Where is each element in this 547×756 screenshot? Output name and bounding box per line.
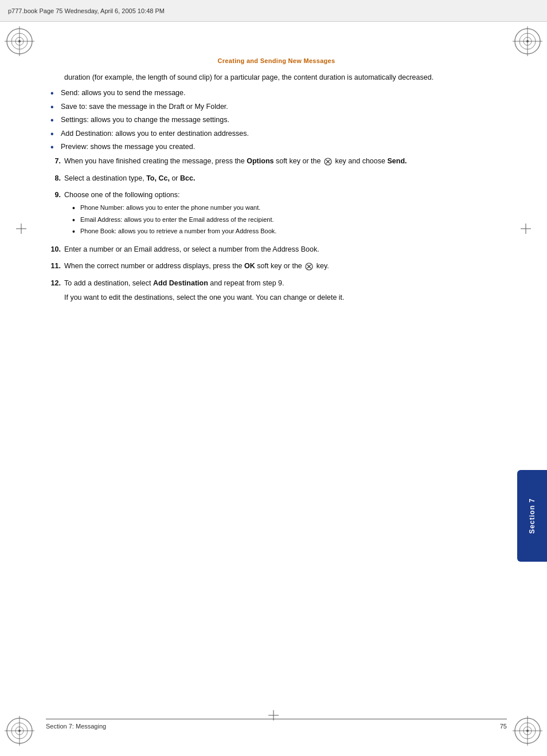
options-bold: Options (247, 157, 274, 165)
step-content-12: To add a destination, select Add Destina… (64, 278, 507, 304)
step-12-extra: If you want to edit the destinations, se… (64, 292, 345, 303)
to-cc-bold: To, Cc, (146, 174, 170, 182)
step-number-11: 11. (46, 261, 64, 272)
sub-list-item: Email Address: allows you to enter the E… (70, 215, 507, 225)
crosshair-left (16, 224, 26, 234)
step-number-8: 8. (46, 173, 64, 184)
reg-mark-top-right (513, 26, 542, 56)
intro-paragraph: duration (for example, the length of sou… (64, 72, 507, 83)
step-number-10: 10. (46, 244, 64, 255)
reg-mark-bottom-left (5, 716, 34, 746)
step-content-7: When you have finished creating the mess… (64, 156, 507, 167)
main-content: Creating and Sending New Messages durati… (46, 57, 507, 309)
step-content-10: Enter a number or an Email address, or s… (64, 244, 507, 255)
header-text: p777.book Page 75 Wednesday, April 6, 20… (8, 7, 165, 14)
footer-page-number: 75 (500, 723, 507, 730)
step-number-7: 7. (46, 156, 64, 167)
crosshair-right (521, 224, 531, 234)
list-item: Add Destination: allows you to enter des… (46, 128, 507, 139)
list-item: Save to: save the message in the Draft o… (46, 101, 507, 112)
sub-list-item: Phone Book: allows you to retrieve a num… (70, 226, 507, 236)
footer-section: Section 7: Messaging (46, 723, 106, 730)
step-9: 9. Choose one of the following options: … (46, 190, 507, 238)
page: p777.book Page 75 Wednesday, April 6, 20… (0, 0, 547, 756)
list-item: Preview: shows the message you created. (46, 142, 507, 152)
step-9-sub-list: Phone Number: allows you to enter the ph… (70, 203, 507, 236)
add-destination-bold: Add Destination (153, 279, 208, 287)
menu-key-icon-2 (305, 263, 313, 271)
send-bold: Send. (387, 157, 407, 165)
step-12: 12. To add a destination, select Add Des… (46, 278, 507, 304)
section-tab-text: Section 7 (528, 498, 536, 534)
bcc-bold: Bcc. (180, 174, 195, 182)
step-content-11: When the correct number or address displ… (64, 261, 507, 272)
main-bullet-list: Send: allows you to send the message. Sa… (46, 88, 507, 152)
page-heading: Creating and Sending New Messages (46, 57, 507, 64)
sub-list-item: Phone Number: allows you to enter the ph… (70, 203, 507, 213)
step-8: 8. Select a destination type, To, Cc, or… (46, 173, 507, 184)
reg-mark-bottom-right (513, 716, 542, 746)
crosshair-bottom (268, 710, 279, 723)
reg-mark-top-left (5, 26, 34, 56)
list-item: Settings: allows you to change the messa… (46, 115, 507, 126)
step-10: 10. Enter a number or an Email address, … (46, 244, 507, 255)
step-number-12: 12. (46, 278, 64, 289)
step-content-8: Select a destination type, To, Cc, or Bc… (64, 173, 507, 184)
step-7: 7. When you have finished creating the m… (46, 156, 507, 167)
step-11: 11. When the correct number or address d… (46, 261, 507, 272)
header-bar: p777.book Page 75 Wednesday, April 6, 20… (0, 0, 547, 22)
list-item: Send: allows you to send the message. (46, 88, 507, 99)
step-number-9: 9. (46, 190, 64, 201)
section-tab: Section 7 (517, 470, 547, 562)
menu-key-icon (324, 158, 332, 166)
step-content-9: Choose one of the following options: Pho… (64, 190, 507, 238)
ok-bold: OK (244, 262, 255, 270)
